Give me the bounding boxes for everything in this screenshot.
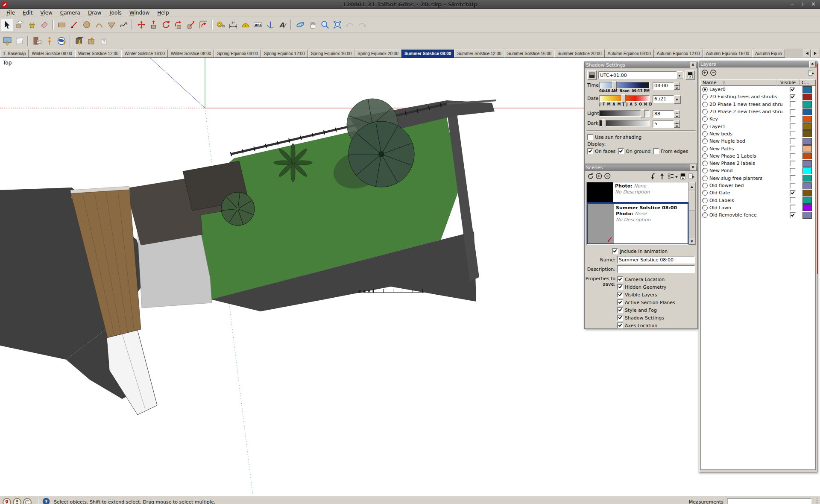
layer-color-swatch[interactable] <box>802 145 812 152</box>
timezone-dropdown[interactable]: UTC+01:00 <box>598 71 684 79</box>
remove-layer-button[interactable] <box>709 69 718 77</box>
use-sun-checkbox[interactable] <box>587 134 593 140</box>
light-spinner[interactable] <box>674 110 680 118</box>
current-layer-radio[interactable] <box>702 198 708 203</box>
current-layer-radio[interactable] <box>702 176 708 181</box>
geolocation-icon[interactable] <box>3 498 11 504</box>
close-icon[interactable]: x <box>809 61 816 67</box>
select-tool-button[interactable] <box>1 19 13 31</box>
tabs-scroll-left-button[interactable] <box>803 50 811 57</box>
close-icon[interactable]: x <box>690 62 696 68</box>
layer-options-button[interactable] <box>807 69 815 77</box>
layer-row[interactable]: Old Labels <box>701 196 815 204</box>
hidden-geometry-checkbox[interactable] <box>617 284 623 290</box>
orbit-tool-button[interactable] <box>294 19 306 31</box>
current-layer-radio[interactable] <box>702 138 708 144</box>
protractor-tool-button[interactable] <box>239 19 252 31</box>
rotate-tool-button[interactable] <box>160 19 172 31</box>
shadow-settings-titlebar[interactable]: Shadow Settings x <box>585 62 697 68</box>
scene-tab-12[interactable]: Summer Solstice 16:00 <box>504 50 554 58</box>
date-slider-thumb[interactable] <box>621 94 626 103</box>
close-button[interactable]: ✕ <box>811 0 816 8</box>
layer-row[interactable]: Old Lawn <box>701 204 815 211</box>
layers-titlebar[interactable]: Layers x <box>699 61 817 67</box>
current-layer-radio[interactable] <box>702 116 708 122</box>
circle-tool-button[interactable] <box>80 19 93 31</box>
layer-visible-checkbox[interactable] <box>790 153 796 159</box>
current-layer-radio[interactable] <box>702 124 708 129</box>
layer-row[interactable]: New Phase 2 labels <box>701 160 815 167</box>
layer-row[interactable]: New slug free planters <box>701 175 815 182</box>
help-icon[interactable]: ? <box>42 497 50 504</box>
layer-visible-checkbox[interactable] <box>790 138 796 144</box>
update-scene-button[interactable] <box>586 172 595 181</box>
photo-textures-tool-button[interactable] <box>31 35 43 47</box>
scene-tab-4[interactable]: Winter Solstice 16:00 <box>121 50 168 58</box>
scene-details-toggle-button[interactable] <box>679 172 687 181</box>
tabs-scroll-right-button[interactable] <box>811 50 819 57</box>
scene-description-input[interactable] <box>617 265 695 273</box>
layer-visible-checkbox[interactable] <box>790 123 796 129</box>
layer-row[interactable]: 2D Existing trees and shrubs <box>701 93 815 100</box>
time-value-input[interactable]: 08:00 <box>653 82 674 90</box>
axes-tool-button[interactable] <box>264 19 276 31</box>
line-tool-button[interactable] <box>68 19 80 31</box>
layer-row[interactable]: Old Removble fence <box>701 211 815 219</box>
scene-tab-1[interactable]: 1. Basemap <box>0 50 29 58</box>
claim-credit-icon[interactable] <box>13 498 21 504</box>
current-layer-radio[interactable] <box>702 94 708 100</box>
add-location-tool-button[interactable] <box>1 35 13 47</box>
scene-list-item[interactable]: Photo: None No Description <box>587 182 688 203</box>
current-layer-radio[interactable] <box>702 190 708 196</box>
share-model-tool-button[interactable] <box>85 35 98 47</box>
scene-tab-16[interactable]: Autumn Equinox 16:00 <box>703 50 752 58</box>
layer-row[interactable]: New Hugle bed <box>701 138 815 145</box>
layer-row[interactable]: Old Gate <box>701 189 815 196</box>
toggle-terrain-tool-button[interactable] <box>13 35 26 47</box>
scene-list-scrollbar[interactable] <box>688 182 695 245</box>
layer-row[interactable]: Old flower bed <box>701 182 815 189</box>
scene-name-input[interactable] <box>617 256 695 264</box>
shadow-settings-checkbox[interactable] <box>617 315 623 321</box>
light-value-input[interactable]: 88 <box>653 110 674 118</box>
move-scene-down-button[interactable] <box>650 172 658 181</box>
current-layer-radio[interactable] <box>702 131 708 137</box>
zoom-tool-button[interactable] <box>319 19 331 31</box>
scenes-titlebar[interactable]: Scenes x <box>585 164 697 171</box>
scene-tab-8[interactable]: Spring Equinox 16:00 <box>308 50 355 58</box>
current-layer-radio[interactable] <box>702 109 708 114</box>
current-layer-radio[interactable] <box>702 183 708 188</box>
column-header-name[interactable]: Name▽ <box>700 79 776 86</box>
current-layer-radio[interactable] <box>702 146 708 152</box>
scene-tab-9[interactable]: Spring Equinox 20:00 <box>354 50 401 58</box>
layer-row[interactable]: New Paths <box>701 145 815 152</box>
scene-tab-10[interactable]: Summer Solstice 08:00 <box>401 50 454 58</box>
menu-draw[interactable]: Draw <box>84 10 105 16</box>
get-models-tool-button[interactable] <box>73 35 85 47</box>
google-earth-tool-button[interactable] <box>56 35 68 47</box>
current-layer-radio[interactable] <box>702 87 708 92</box>
view-options-button[interactable] <box>667 172 675 181</box>
dark-spinner[interactable] <box>674 120 680 128</box>
layer-visible-checkbox[interactable] <box>790 175 796 181</box>
layer-color-swatch[interactable] <box>802 123 812 130</box>
column-header-visible[interactable]: Visible <box>776 79 800 86</box>
layer-color-swatch[interactable] <box>802 160 812 167</box>
light-slider[interactable] <box>599 110 650 117</box>
arc-tool-button[interactable] <box>93 19 105 31</box>
shadow-details-toggle-button[interactable] <box>685 70 695 80</box>
scene-tab-13[interactable]: Summer Solstice 20:00 <box>554 50 604 58</box>
current-layer-radio[interactable] <box>702 205 708 211</box>
layer-color-swatch[interactable] <box>802 116 812 123</box>
column-header-color[interactable]: C... <box>800 79 816 86</box>
add-layer-button[interactable] <box>701 69 709 77</box>
layer-visible-checkbox[interactable] <box>790 94 796 100</box>
style-and-fog-checkbox[interactable] <box>617 307 623 313</box>
menu-view[interactable]: View <box>36 10 56 16</box>
tape-measure-tool-button[interactable] <box>214 19 227 31</box>
eraser-tool-button[interactable] <box>38 19 50 31</box>
layer-color-swatch[interactable] <box>802 138 812 145</box>
menu-camera[interactable]: Camera <box>56 10 84 16</box>
scene-list-item-selected[interactable]: Summer Solstice 08:00 Photo: None No Des… <box>587 203 688 244</box>
polygon-tool-button[interactable] <box>105 19 117 31</box>
